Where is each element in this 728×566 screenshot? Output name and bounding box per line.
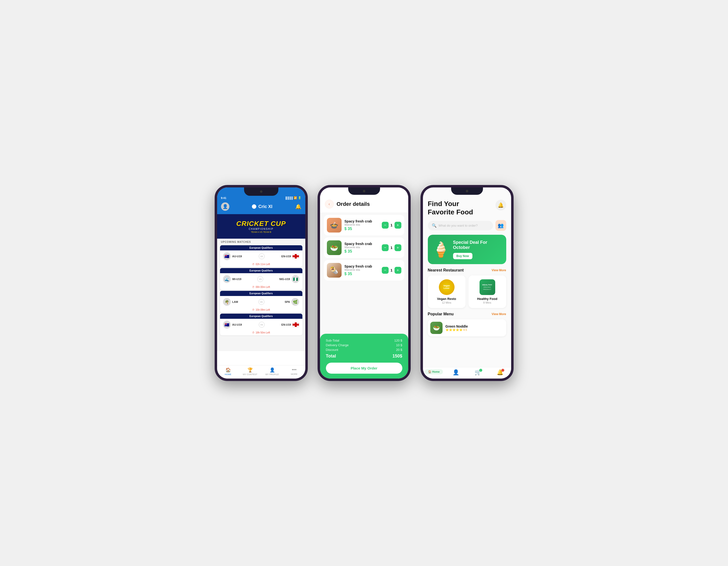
team1-name-3: LAM — [232, 300, 238, 303]
qty-plus-2[interactable]: + — [395, 244, 401, 251]
healthy-logo: HEALTHYORGANIC PRODUCT — [480, 279, 495, 295]
team2-name: EN-U19 — [281, 255, 291, 258]
discount-row: Discount 20 $ — [326, 348, 402, 352]
search-input-wrap[interactable]: 🔍 What do you want to order? — [428, 221, 493, 230]
notification-button[interactable]: 🔔 — [495, 200, 506, 210]
qty-control-3: − 1 + — [382, 267, 401, 274]
app-title-wrap: Cric XI — [252, 204, 272, 209]
match-category-3: European Qualifiers — [220, 291, 302, 296]
notif-badge-dot — [501, 369, 504, 372]
healthy-name: Healthy Food — [472, 297, 502, 301]
profile-icon: 👤 — [270, 367, 275, 373]
food-image-3: 🌯 — [327, 263, 342, 278]
popular-section-header: Popular Menu View More — [428, 312, 506, 316]
discount-label: Discount — [326, 348, 338, 352]
nearest-section-header: Nearest Restaurant View More — [428, 268, 506, 272]
qty-value-3: 1 — [391, 268, 393, 272]
team2-flag-2: 🇳🇬 — [292, 275, 299, 283]
filter-avatar-button[interactable]: 👥 — [495, 220, 506, 231]
home-nav-active: 🏠 Home — [425, 369, 443, 374]
nav-more-label: MORE — [291, 373, 297, 375]
vegan-logo-text: VeganLover — [443, 285, 450, 290]
team2-name-3: SPA — [285, 300, 290, 303]
home-icon-food: 🏠 — [428, 370, 432, 373]
trophy-icon: 🏆 — [247, 367, 253, 373]
nav-contest[interactable]: 🏆 MY CONTEST — [239, 367, 261, 376]
match-row-4[interactable]: 🇦🇺 AU-U19 VS EN-U19 — [220, 319, 302, 331]
item-info-3: Spacy fresh crab Waroenk kita $ 35 — [345, 264, 379, 276]
vegan-logo: VeganLover — [439, 279, 455, 295]
deal-banner: 🍦 Special Deal For October Buy Now — [428, 235, 506, 264]
clock-icon-3: ⏱ — [252, 308, 255, 311]
nav-profile[interactable]: 👤 MY PROFILE — [261, 367, 283, 376]
qty-plus-1[interactable]: + — [395, 222, 401, 229]
match-group-3: European Qualifiers 🌴 LAM VS SPA 🌿 ⏱ 15h… — [220, 291, 302, 313]
nav-home[interactable]: 🏠 HOME — [217, 367, 239, 376]
qty-minus-1[interactable]: − — [382, 222, 389, 229]
popular-section-title: Popular Menu — [428, 312, 454, 316]
match-group-4: European Qualifiers 🇦🇺 AU-U19 VS EN-U19 … — [220, 314, 302, 335]
team2-flag — [292, 254, 299, 259]
user-avatar[interactable]: 👤 — [221, 202, 229, 211]
place-order-button[interactable]: Place My Order — [326, 363, 402, 374]
nav-more[interactable]: ••• MORE — [283, 367, 305, 376]
food-image-1: 🍲 — [327, 218, 342, 233]
total-label: Total — [326, 354, 336, 359]
order-item-2: 🥗 Spacy fresh crab Waroenk kita $ 35 − 1… — [324, 237, 404, 258]
nearest-view-more[interactable]: View More — [492, 269, 506, 272]
more-icon: ••• — [292, 367, 296, 372]
match-row-3[interactable]: 🌴 LAM VS SPA 🌿 — [220, 296, 302, 308]
qty-minus-2[interactable]: − — [382, 244, 389, 251]
team2-wrap-2: NIG-U19 🇳🇬 — [279, 275, 299, 283]
order-title: Order details — [337, 201, 370, 207]
cricket-phone: 9:41 ▐▐▐▐ 📶 🔋 👤 Cric XI 🔔 CRICKET CUP CH… — [215, 185, 308, 381]
match-time-1: ⏱ 02h 11m Left — [220, 262, 302, 267]
popular-food-image-1: 🥗 — [430, 322, 443, 334]
order-summary: Sub-Total 120 $ Delivery Charge 10 $ Dis… — [320, 334, 408, 379]
food-header-row: Find Your Favorite Food 🔔 — [428, 200, 506, 216]
team1-wrap-4: 🇦🇺 AU-U19 — [223, 321, 242, 329]
back-button[interactable]: ‹ — [325, 200, 334, 209]
status-time: 9:41 — [221, 197, 226, 199]
item-price-2: $ 35 — [345, 249, 379, 254]
vegan-time: 12 Mins — [432, 301, 462, 304]
deal-buy-now-button[interactable]: Buy Now — [453, 253, 472, 259]
qty-value-2: 1 — [391, 246, 393, 250]
team2-name-2: NIG-U19 — [279, 278, 290, 281]
food-nav-profile[interactable]: 👤 — [445, 369, 467, 376]
food-nav-cart[interactable]: 🛒 7 — [467, 369, 489, 376]
nearest-section-title: Nearest Restaurant — [428, 268, 464, 272]
match-row-2[interactable]: 🌊 WI-U19 VS NIG-U19 🇳🇬 — [220, 273, 302, 285]
qty-minus-3[interactable]: − — [382, 267, 389, 274]
popular-view-more[interactable]: View More — [492, 312, 506, 316]
item-info-2: Spacy fresh crab Waroenk kita $ 35 — [345, 242, 379, 254]
wifi-icon: 📶 — [294, 196, 297, 199]
match-row-1[interactable]: 🇦🇺 AU-U19 VS EN-U19 — [220, 250, 302, 262]
team1-name-2: WI-U19 — [232, 278, 241, 281]
order-item-3: 🌯 Spacy fresh crab Waroenk kita $ 35 − 1… — [324, 260, 404, 281]
popular-item-1[interactable]: 🥗 Green Noddle ⭐⭐⭐⭐⭐ 4.5 — [428, 319, 506, 336]
total-row: Total 150$ — [326, 354, 402, 359]
food-phone: Find Your Favorite Food 🔔 🔍 What do you … — [420, 185, 514, 381]
battery-icon: 🔋 — [298, 196, 301, 199]
home-label: Home — [432, 370, 440, 373]
team2-flag-4 — [292, 322, 299, 327]
signal-icon: ▐▐▐▐ — [285, 197, 292, 199]
search-icon: 🔍 — [432, 223, 437, 228]
notification-icon[interactable]: 🔔 — [295, 204, 301, 209]
subtotal-value: 120 $ — [394, 339, 402, 342]
team1-flag-3: 🌴 — [223, 298, 231, 306]
vs-badge-2: VS — [257, 276, 263, 282]
match-time-2: ⏱ 06h 00m Left — [220, 285, 302, 290]
search-bar: 🔍 What do you want to order? 👥 — [428, 220, 506, 231]
item-name-1: Spacy fresh crab — [345, 219, 379, 223]
clock-icon-4: ⏱ — [252, 331, 255, 334]
qty-plus-3[interactable]: + — [395, 267, 401, 274]
food-nav-notification[interactable]: 🔔 — [489, 369, 511, 376]
restaurant-card-healthy[interactable]: HEALTHYORGANIC PRODUCT Healthy Food 8 Mi… — [469, 275, 506, 308]
restaurant-card-vegan[interactable]: VeganLover Vegan Resto 12 Mins — [428, 275, 466, 308]
food-nav-home[interactable]: 🏠 Home — [423, 369, 445, 376]
ice-cream-image: 🍦 — [432, 241, 450, 258]
team2-wrap-3: SPA 🌿 — [285, 298, 299, 306]
item-shop-2: Waroenk kita — [345, 246, 379, 249]
